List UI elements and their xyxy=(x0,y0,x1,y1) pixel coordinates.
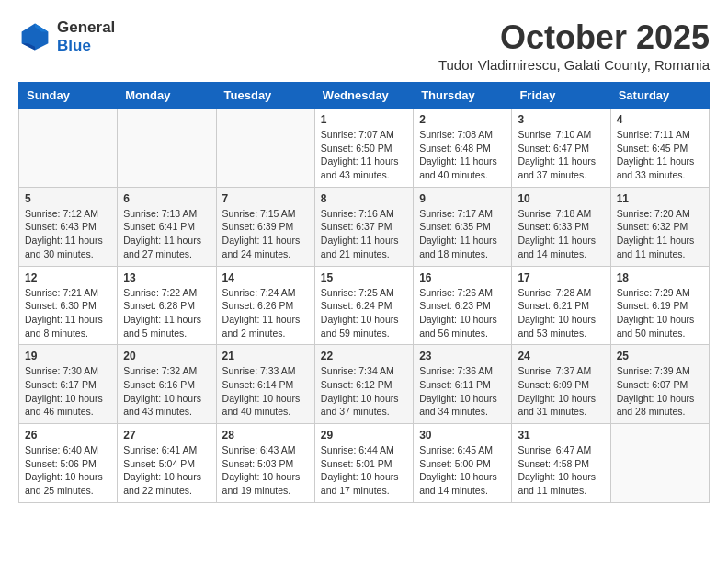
calendar-cell: 11Sunrise: 7:20 AM Sunset: 6:32 PM Dayli… xyxy=(610,187,709,266)
day-info: Sunrise: 6:47 AM Sunset: 4:58 PM Dayligh… xyxy=(518,443,604,498)
day-info: Sunrise: 6:41 AM Sunset: 5:04 PM Dayligh… xyxy=(123,443,210,498)
day-info: Sunrise: 7:24 AM Sunset: 6:26 PM Dayligh… xyxy=(222,286,309,340)
day-info: Sunrise: 7:07 AM Sunset: 6:50 PM Dayligh… xyxy=(321,128,407,182)
calendar-cell: 6Sunrise: 7:13 AM Sunset: 6:41 PM Daylig… xyxy=(118,187,216,266)
day-number: 28 xyxy=(222,429,309,442)
day-number: 10 xyxy=(518,192,604,205)
day-info: Sunrise: 7:21 AM Sunset: 6:30 PM Dayligh… xyxy=(25,286,111,340)
logo: General Blue xyxy=(18,18,115,56)
calendar-cell xyxy=(118,109,216,188)
calendar-week-row: 12Sunrise: 7:21 AM Sunset: 6:30 PM Dayli… xyxy=(19,266,710,345)
day-info: Sunrise: 7:30 AM Sunset: 6:17 PM Dayligh… xyxy=(25,364,111,419)
day-number: 29 xyxy=(321,429,407,442)
day-info: Sunrise: 7:28 AM Sunset: 6:21 PM Dayligh… xyxy=(518,286,604,340)
calendar-cell: 2Sunrise: 7:08 AM Sunset: 6:48 PM Daylig… xyxy=(414,109,512,188)
weekday-header: Thursday xyxy=(414,83,512,109)
calendar-cell: 5Sunrise: 7:12 AM Sunset: 6:43 PM Daylig… xyxy=(19,187,118,266)
day-number: 27 xyxy=(123,429,210,442)
day-info: Sunrise: 7:08 AM Sunset: 6:48 PM Dayligh… xyxy=(419,128,506,182)
day-number: 1 xyxy=(321,113,407,126)
day-info: Sunrise: 6:43 AM Sunset: 5:03 PM Dayligh… xyxy=(222,443,309,498)
day-number: 7 xyxy=(222,192,309,205)
calendar-cell: 4Sunrise: 7:11 AM Sunset: 6:45 PM Daylig… xyxy=(610,109,709,188)
logo-text: General Blue xyxy=(57,18,115,56)
day-number: 31 xyxy=(518,429,604,442)
calendar-cell: 17Sunrise: 7:28 AM Sunset: 6:21 PM Dayli… xyxy=(512,266,610,345)
calendar-table: SundayMondayTuesdayWednesdayThursdayFrid… xyxy=(18,82,710,503)
day-info: Sunrise: 7:18 AM Sunset: 6:33 PM Dayligh… xyxy=(518,207,604,261)
day-number: 11 xyxy=(617,192,703,205)
calendar-cell: 28Sunrise: 6:43 AM Sunset: 5:03 PM Dayli… xyxy=(216,424,314,503)
day-info: Sunrise: 7:26 AM Sunset: 6:23 PM Dayligh… xyxy=(419,286,506,340)
day-info: Sunrise: 7:17 AM Sunset: 6:35 PM Dayligh… xyxy=(419,207,506,261)
day-info: Sunrise: 7:13 AM Sunset: 6:41 PM Dayligh… xyxy=(123,207,210,261)
day-number: 3 xyxy=(518,113,604,126)
day-number: 21 xyxy=(222,350,309,362)
calendar-cell: 27Sunrise: 6:41 AM Sunset: 5:04 PM Dayli… xyxy=(118,424,216,503)
calendar-cell: 18Sunrise: 7:29 AM Sunset: 6:19 PM Dayli… xyxy=(610,266,709,345)
day-info: Sunrise: 7:33 AM Sunset: 6:14 PM Dayligh… xyxy=(222,364,309,419)
day-info: Sunrise: 6:45 AM Sunset: 5:00 PM Dayligh… xyxy=(419,443,506,498)
weekday-header: Saturday xyxy=(610,83,709,109)
day-info: Sunrise: 7:29 AM Sunset: 6:19 PM Dayligh… xyxy=(617,286,703,340)
calendar-cell: 9Sunrise: 7:17 AM Sunset: 6:35 PM Daylig… xyxy=(414,187,512,266)
day-info: Sunrise: 7:36 AM Sunset: 6:11 PM Dayligh… xyxy=(419,364,506,419)
calendar-cell: 13Sunrise: 7:22 AM Sunset: 6:28 PM Dayli… xyxy=(118,266,216,345)
logo-blue: Blue xyxy=(57,37,115,55)
day-info: Sunrise: 7:39 AM Sunset: 6:07 PM Dayligh… xyxy=(617,364,703,419)
calendar-cell: 26Sunrise: 6:40 AM Sunset: 5:06 PM Dayli… xyxy=(19,424,118,503)
calendar-cell: 31Sunrise: 6:47 AM Sunset: 4:58 PM Dayli… xyxy=(512,424,610,503)
calendar-cell: 29Sunrise: 6:44 AM Sunset: 5:01 PM Dayli… xyxy=(314,424,413,503)
calendar-cell: 23Sunrise: 7:36 AM Sunset: 6:11 PM Dayli… xyxy=(414,345,512,424)
day-number: 9 xyxy=(419,192,506,205)
day-number: 18 xyxy=(617,271,703,284)
title-block: October 2025 Tudor Vladimirescu, Galati … xyxy=(438,18,710,73)
day-info: Sunrise: 7:16 AM Sunset: 6:37 PM Dayligh… xyxy=(321,207,407,261)
day-number: 25 xyxy=(617,350,703,362)
day-number: 19 xyxy=(25,350,111,362)
day-info: Sunrise: 7:22 AM Sunset: 6:28 PM Dayligh… xyxy=(123,286,210,340)
day-number: 12 xyxy=(25,271,111,284)
day-number: 20 xyxy=(123,350,210,362)
day-info: Sunrise: 7:25 AM Sunset: 6:24 PM Dayligh… xyxy=(321,286,407,340)
day-info: Sunrise: 6:44 AM Sunset: 5:01 PM Dayligh… xyxy=(321,443,407,498)
weekday-header: Sunday xyxy=(19,83,118,109)
page-header: General Blue October 2025 Tudor Vladimir… xyxy=(18,18,710,73)
day-number: 2 xyxy=(419,113,506,126)
calendar-cell xyxy=(19,109,118,188)
calendar-week-row: 26Sunrise: 6:40 AM Sunset: 5:06 PM Dayli… xyxy=(19,424,710,503)
calendar-cell: 16Sunrise: 7:26 AM Sunset: 6:23 PM Dayli… xyxy=(414,266,512,345)
calendar-cell: 25Sunrise: 7:39 AM Sunset: 6:07 PM Dayli… xyxy=(610,345,709,424)
logo-icon xyxy=(18,20,51,53)
calendar-cell: 24Sunrise: 7:37 AM Sunset: 6:09 PM Dayli… xyxy=(512,345,610,424)
weekday-header: Wednesday xyxy=(314,83,413,109)
calendar-cell: 14Sunrise: 7:24 AM Sunset: 6:26 PM Dayli… xyxy=(216,266,314,345)
day-info: Sunrise: 7:12 AM Sunset: 6:43 PM Dayligh… xyxy=(25,207,111,261)
calendar-cell: 30Sunrise: 6:45 AM Sunset: 5:00 PM Dayli… xyxy=(414,424,512,503)
subtitle: Tudor Vladimirescu, Galati County, Roman… xyxy=(438,57,710,73)
calendar-header-row: SundayMondayTuesdayWednesdayThursdayFrid… xyxy=(19,83,710,109)
day-number: 13 xyxy=(123,271,210,284)
day-number: 23 xyxy=(419,350,506,362)
calendar-cell: 20Sunrise: 7:32 AM Sunset: 6:16 PM Dayli… xyxy=(118,345,216,424)
day-number: 24 xyxy=(518,350,604,362)
day-number: 22 xyxy=(321,350,407,362)
day-number: 6 xyxy=(123,192,210,205)
day-number: 4 xyxy=(617,113,703,126)
calendar-cell: 10Sunrise: 7:18 AM Sunset: 6:33 PM Dayli… xyxy=(512,187,610,266)
day-info: Sunrise: 7:15 AM Sunset: 6:39 PM Dayligh… xyxy=(222,207,309,261)
day-number: 15 xyxy=(321,271,407,284)
calendar-week-row: 1Sunrise: 7:07 AM Sunset: 6:50 PM Daylig… xyxy=(19,109,710,188)
calendar-cell: 3Sunrise: 7:10 AM Sunset: 6:47 PM Daylig… xyxy=(512,109,610,188)
weekday-header: Friday xyxy=(512,83,610,109)
day-info: Sunrise: 7:37 AM Sunset: 6:09 PM Dayligh… xyxy=(518,364,604,419)
day-number: 5 xyxy=(25,192,111,205)
day-number: 26 xyxy=(25,429,111,442)
weekday-header: Monday xyxy=(118,83,216,109)
day-info: Sunrise: 7:11 AM Sunset: 6:45 PM Dayligh… xyxy=(617,128,703,182)
calendar-cell: 1Sunrise: 7:07 AM Sunset: 6:50 PM Daylig… xyxy=(314,109,413,188)
day-info: Sunrise: 7:34 AM Sunset: 6:12 PM Dayligh… xyxy=(321,364,407,419)
calendar-cell: 7Sunrise: 7:15 AM Sunset: 6:39 PM Daylig… xyxy=(216,187,314,266)
day-number: 14 xyxy=(222,271,309,284)
month-title: October 2025 xyxy=(438,18,710,57)
